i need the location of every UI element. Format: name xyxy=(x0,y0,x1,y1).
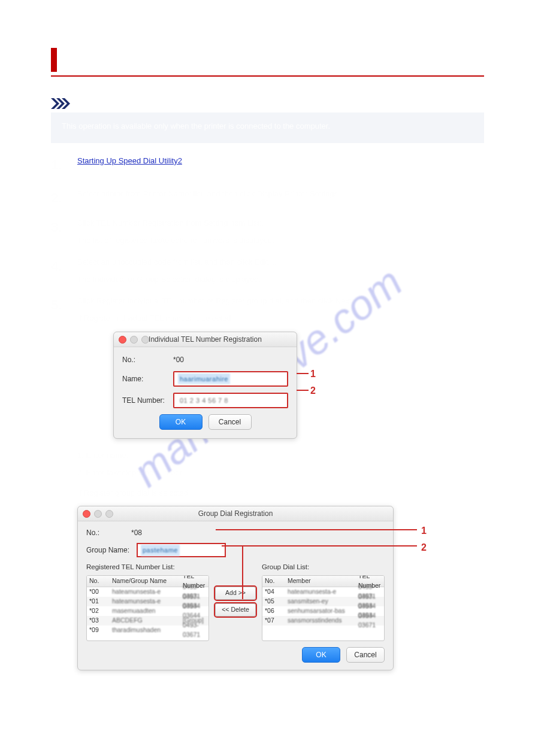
step-2-text: Select printer from Printer Name: list, … xyxy=(77,188,484,208)
th-member: Member xyxy=(285,576,356,586)
table-row[interactable]: *02masemuaadten0493-03644 xyxy=(87,606,208,616)
step-5: 5. Click Register individual TEL number … xyxy=(51,295,484,681)
after-d1-line1: 1. Enter name. xyxy=(77,450,484,462)
dialog2-groupname-field[interactable]: pastehame xyxy=(137,543,226,557)
dialog2-groupname-label: Group Name: xyxy=(86,545,137,555)
zoom-icon xyxy=(105,510,113,518)
start-speed-dial-link[interactable]: Starting Up Speed Dial Utility2 xyxy=(77,156,182,165)
step-3-number: 3. xyxy=(51,217,77,247)
dialog2-titlebar: Group Dial Registration xyxy=(78,506,393,521)
th-name: Name/Group Name xyxy=(110,576,180,586)
table-row[interactable]: *07sansmorsstindends0493-03671 xyxy=(262,616,384,626)
step-5-bullet2: If Register group dial is selected: xyxy=(77,487,484,499)
gd-callout-1: 1 xyxy=(421,524,427,538)
triple-chevron-icon xyxy=(51,98,75,109)
dialog1-title: Individual TEL Number Registration xyxy=(149,334,262,345)
dialog1-name-value: haarimuarahire xyxy=(178,374,230,385)
step-5-bullet1: If Register individual TEL number is sel… xyxy=(77,312,484,324)
dialog1-name-label: Name: xyxy=(122,374,173,384)
group-dial-dialog: Group Dial Registration 1 2 No.: *08 Gro… xyxy=(77,506,394,670)
step-3-sub: The list of registered fax/telephone num… xyxy=(77,235,484,247)
minimize-icon xyxy=(94,510,102,518)
th-no-r: No. xyxy=(262,576,285,586)
group-dial-list[interactable]: No. Member TEL Number *04hateamunsesta-e… xyxy=(262,575,385,641)
note-text: This operation is available only when th… xyxy=(62,121,473,132)
registered-tel-list[interactable]: No. Name/Group Name TEL Number *00hateam… xyxy=(86,575,209,641)
step-1-number: 1. xyxy=(51,155,77,175)
dialog1-cancel-button[interactable]: Cancel xyxy=(208,414,252,430)
title-underline xyxy=(51,75,484,77)
page-header: Registering a Fax/telephone Number Using… xyxy=(51,48,484,72)
page-title: Registering a Fax/telephone Number Using… xyxy=(65,53,418,67)
step-1: 1. Starting Up Speed Dial Utility2 xyxy=(51,155,484,175)
note-label: Note xyxy=(78,99,97,108)
dialog1-tel-label: TEL Number: xyxy=(122,395,173,406)
dialog1-tel-field[interactable]: 01 2 3 4 56 7 8 xyxy=(173,393,288,408)
step-2: 2. Select printer from Printer Name: lis… xyxy=(51,188,484,208)
step-4-sub: The Individual or Group Selection dialog… xyxy=(77,274,484,286)
step-4-number: 4. xyxy=(51,256,77,286)
close-icon[interactable] xyxy=(83,510,90,518)
callout-1: 1 xyxy=(310,367,316,381)
dialog1-ok-button[interactable]: OK xyxy=(159,414,202,430)
dialog2-no-label: No.: xyxy=(86,527,131,538)
note-box: This operation is available only when th… xyxy=(51,113,484,143)
step-4-text: Select an unoccupied code from list, and… xyxy=(77,256,484,268)
step-3-text: Click TEL Number Registration from Setti… xyxy=(77,217,484,229)
dialog1-name-field[interactable]: haarimuarahire xyxy=(173,371,288,387)
th-no: No. xyxy=(87,576,110,586)
individual-tel-dialog: 1 2 Individual TEL Number Registration N… xyxy=(113,332,297,439)
after-d1-line2: 2. Enter fax/telephone number. xyxy=(77,467,484,479)
add-button[interactable]: Add >> xyxy=(215,587,256,600)
callout-2: 2 xyxy=(310,384,316,398)
dialog2-no-value: *08 xyxy=(131,527,142,538)
step-2-number: 2. xyxy=(51,188,77,208)
table-row[interactable]: *09tharadimushaden0493-03671 xyxy=(87,626,208,635)
step-4: 4. Select an unoccupied code from list, … xyxy=(51,256,484,286)
close-icon[interactable] xyxy=(119,336,126,344)
step-3: 3. Click TEL Number Registration from Se… xyxy=(51,217,484,247)
step-5-text: Click Register individual TEL number or … xyxy=(77,295,484,307)
step-5-number: 5. xyxy=(51,295,77,681)
zoom-icon xyxy=(141,336,149,344)
note-header: Note xyxy=(51,98,484,109)
page-number: 395 xyxy=(51,753,484,756)
dialog2-ok-button[interactable]: OK xyxy=(302,647,340,663)
delete-button[interactable]: << Delete xyxy=(215,603,256,617)
dialog2-groupname-value: pastehame xyxy=(141,545,180,556)
registered-list-label: Registered TEL Number List: xyxy=(86,562,209,572)
dialog1-no-value: *00 xyxy=(173,354,184,365)
dialog1-no-label: No.: xyxy=(122,354,173,365)
dialog2-cancel-button[interactable]: Cancel xyxy=(346,647,385,663)
dialog1-titlebar: Individual TEL Number Registration xyxy=(114,332,297,347)
group-dial-list-label: Group Dial List: xyxy=(262,562,385,572)
dialog1-tel-value: 01 2 3 4 56 7 8 xyxy=(178,395,230,406)
gd-callout-2: 2 xyxy=(421,541,427,555)
minimize-icon xyxy=(130,336,138,344)
dialog2-title: Group Dial Registration xyxy=(198,508,273,519)
